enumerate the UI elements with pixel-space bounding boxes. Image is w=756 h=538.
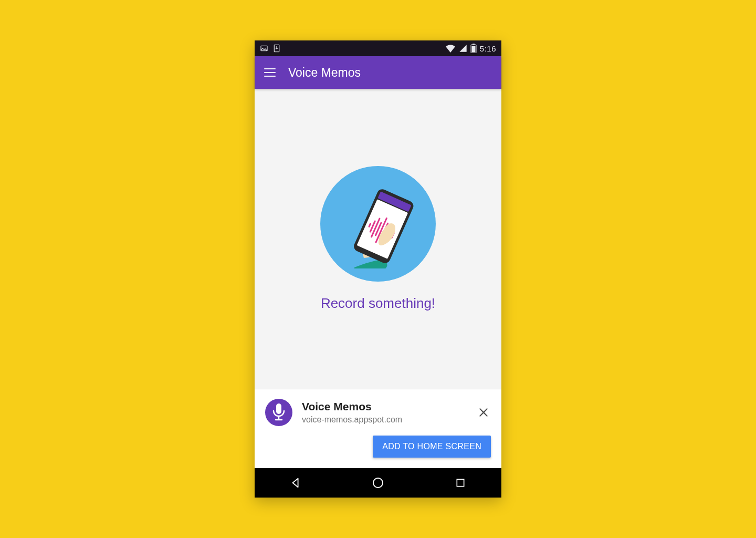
banner-app-meta: Voice Memos voice-memos.appspot.com <box>302 400 467 425</box>
banner-app-name: Voice Memos <box>302 400 467 413</box>
svg-rect-23 <box>457 479 464 486</box>
status-time: 5:16 <box>480 44 496 53</box>
battery-icon <box>470 44 477 53</box>
add-to-homescreen-banner: Voice Memos voice-memos.appspot.com ADD … <box>255 389 501 468</box>
banner-app-host: voice-memos.appspot.com <box>302 415 467 425</box>
hamburger-icon[interactable] <box>264 68 276 77</box>
close-icon[interactable] <box>476 405 491 420</box>
cell-signal-icon <box>459 44 467 53</box>
download-notification-icon <box>272 44 281 53</box>
app-title: Voice Memos <box>288 66 361 80</box>
app-bar: Voice Memos <box>255 56 501 89</box>
empty-state: Record something! <box>255 89 501 389</box>
record-illustration <box>320 166 436 282</box>
microphone-icon <box>265 399 292 426</box>
add-to-home-screen-button[interactable]: ADD TO HOME SCREEN <box>373 436 491 458</box>
phone-frame: 5:16 Voice Memos <box>255 40 501 498</box>
svg-rect-17 <box>276 404 281 414</box>
image-notification-icon <box>260 44 268 53</box>
back-icon[interactable] <box>285 472 306 493</box>
status-bar: 5:16 <box>255 40 501 56</box>
home-icon[interactable] <box>368 472 388 493</box>
svg-point-22 <box>373 478 383 488</box>
system-nav-bar <box>255 468 501 498</box>
recents-icon[interactable] <box>450 472 471 493</box>
wifi-icon <box>445 44 456 53</box>
empty-state-text: Record something! <box>321 295 435 312</box>
svg-rect-4 <box>471 46 475 53</box>
